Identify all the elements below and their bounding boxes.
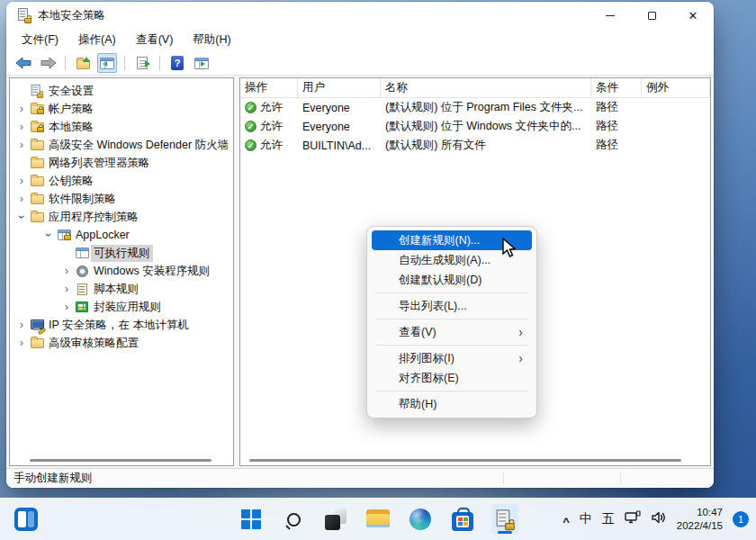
search-button[interactable]	[280, 504, 307, 535]
forward-button[interactable]	[38, 53, 58, 73]
tree-item-advanced-audit-policy[interactable]: 高级审核策略配置	[10, 334, 233, 352]
windows-logo-icon	[241, 509, 261, 529]
title-bar[interactable]: 本地安全策略 ✕	[6, 2, 714, 29]
close-icon: ✕	[688, 9, 698, 22]
back-button[interactable]	[14, 53, 33, 73]
table-row[interactable]: ✓允许 BUILTIN\Ad... (默认规则) 所有文件 路径	[240, 136, 710, 155]
network-icon[interactable]	[625, 510, 641, 528]
export-list-icon	[137, 57, 148, 69]
status-bar: 手动创建新规则	[6, 468, 714, 488]
task-view-button[interactable]	[322, 504, 349, 535]
column-header-condition[interactable]: 条件	[591, 78, 642, 97]
expander-icon[interactable]	[15, 139, 28, 151]
column-header-action[interactable]: 操作	[240, 78, 298, 97]
menu-file[interactable]: 文件(F)	[12, 30, 68, 50]
caption-buttons: ✕	[590, 2, 714, 29]
expander-icon[interactable]	[15, 121, 28, 133]
tree-item-public-key-policies[interactable]: 公钥策略	[10, 172, 233, 190]
expander-icon[interactable]	[15, 211, 28, 223]
toolbar-separator	[124, 56, 125, 70]
status-text: 手动创建新规则	[14, 471, 93, 486]
menu-separator	[376, 391, 527, 392]
edge-button[interactable]	[407, 504, 434, 535]
folder-icon	[28, 140, 46, 150]
file-explorer-icon	[366, 509, 390, 529]
expander-icon[interactable]	[15, 337, 28, 349]
tree-horizontal-scrollbar[interactable]	[30, 459, 212, 462]
table-header: 操作 用户 名称 条件 例外	[240, 78, 710, 98]
expander-icon[interactable]	[60, 265, 73, 277]
menu-item-create-default-rules[interactable]: 创建默认规则(D)	[372, 270, 532, 290]
expander-icon[interactable]	[60, 283, 73, 295]
ime-mode-indicator[interactable]: 五	[602, 511, 615, 527]
folder-icon	[28, 194, 46, 204]
tree-item-account-policies[interactable]: 帐户策略	[10, 100, 233, 118]
up-one-level-button[interactable]	[73, 53, 93, 73]
tray-time: 10:47	[677, 506, 723, 519]
maximize-button[interactable]	[631, 2, 672, 29]
console-window-icon	[194, 58, 209, 69]
menu-item-help[interactable]: 帮助(H)	[372, 394, 532, 414]
start-button[interactable]	[238, 504, 265, 535]
menu-item-line-up-icons[interactable]: 对齐图标(E)	[372, 368, 532, 388]
table-row[interactable]: ✓允许 Everyone (默认规则) 位于 Program Files 文件夹…	[240, 98, 710, 117]
tree-item-executable-rules[interactable]: 可执行规则	[10, 244, 233, 262]
column-header-user[interactable]: 用户	[298, 78, 381, 97]
tree-item-security-settings[interactable]: 安全设置	[10, 82, 233, 100]
computer-key-icon	[28, 320, 46, 331]
folder-icon	[28, 338, 46, 348]
system-tray: ^ 中 五 10:47 2022/4/15 1	[562, 499, 749, 540]
expander-icon[interactable]	[60, 301, 73, 313]
tree-item-applocker[interactable]: AppLocker	[10, 226, 233, 244]
menu-bar: 文件(F) 操作(A) 查看(V) 帮助(H)	[6, 29, 714, 51]
maximize-icon	[648, 12, 656, 20]
close-button[interactable]: ✕	[672, 2, 714, 29]
help-button[interactable]: ?	[167, 53, 187, 73]
file-explorer-button[interactable]	[364, 504, 392, 535]
column-header-name[interactable]: 名称	[381, 78, 591, 97]
menu-help[interactable]: 帮助(H)	[183, 30, 240, 50]
expander-icon[interactable]	[15, 319, 28, 331]
tree-item-packaged-app-rules[interactable]: 封装应用规则	[10, 298, 233, 316]
column-header-exception[interactable]: 例外	[642, 78, 710, 97]
edge-icon	[410, 508, 431, 530]
tree-item-app-control-policies[interactable]: 应用程序控制策略	[10, 208, 233, 226]
folder-icon	[28, 176, 46, 186]
menu-item-export-list[interactable]: 导出列表(L)...	[372, 296, 532, 316]
ime-language-indicator[interactable]: 中	[580, 511, 592, 527]
expander-icon[interactable]	[15, 103, 28, 115]
volume-icon[interactable]	[651, 510, 667, 528]
menu-item-view[interactable]: 查看(V)	[372, 322, 532, 342]
menu-view[interactable]: 查看(V)	[126, 30, 184, 50]
export-list-button[interactable]	[132, 53, 152, 73]
table-row[interactable]: ✓允许 Everyone (默认规则) 位于 Windows 文件夹中的... …	[240, 117, 710, 136]
tree-item-software-restriction[interactable]: 软件限制策略	[10, 190, 233, 208]
minimize-icon	[606, 15, 615, 16]
console-lock-icon	[55, 230, 73, 240]
allow-check-icon: ✓	[245, 102, 256, 113]
menu-action[interactable]: 操作(A)	[68, 30, 126, 50]
expander-icon[interactable]	[42, 229, 55, 241]
new-window-button[interactable]	[192, 53, 212, 73]
expander-icon[interactable]	[15, 175, 28, 187]
expander-icon[interactable]	[15, 193, 28, 205]
tree-item-windows-installer-rules[interactable]: Windows 安装程序规则	[10, 262, 233, 280]
tray-overflow-chevron-icon[interactable]: ^	[562, 515, 570, 528]
folder-icon	[28, 212, 46, 222]
notification-badge[interactable]: 1	[733, 511, 749, 527]
tree-item-firewall[interactable]: 高级安全 Windows Defender 防火墙	[10, 136, 233, 154]
widgets-icon[interactable]	[14, 508, 38, 531]
microsoft-store-button[interactable]	[449, 504, 476, 535]
tree-item-network-list-manager[interactable]: 网络列表管理器策略	[10, 154, 233, 172]
statusbar-separator	[503, 472, 504, 484]
clock[interactable]: 10:47 2022/4/15	[677, 506, 723, 533]
tree-item-script-rules[interactable]: 脚本规则	[10, 280, 233, 298]
tree-item-ip-security-policies[interactable]: IP 安全策略，在 本地计算机	[10, 316, 233, 334]
local-security-policy-taskbar-button[interactable]	[491, 504, 518, 535]
minimize-button[interactable]	[590, 2, 631, 29]
list-horizontal-scrollbar[interactable]	[249, 459, 681, 462]
tree-item-local-policies[interactable]: 本地策略	[10, 118, 233, 136]
menu-item-arrange-icons[interactable]: 排列图标(I)	[372, 348, 532, 368]
show-console-tree-button[interactable]	[97, 53, 117, 73]
allow-check-icon: ✓	[245, 140, 256, 151]
